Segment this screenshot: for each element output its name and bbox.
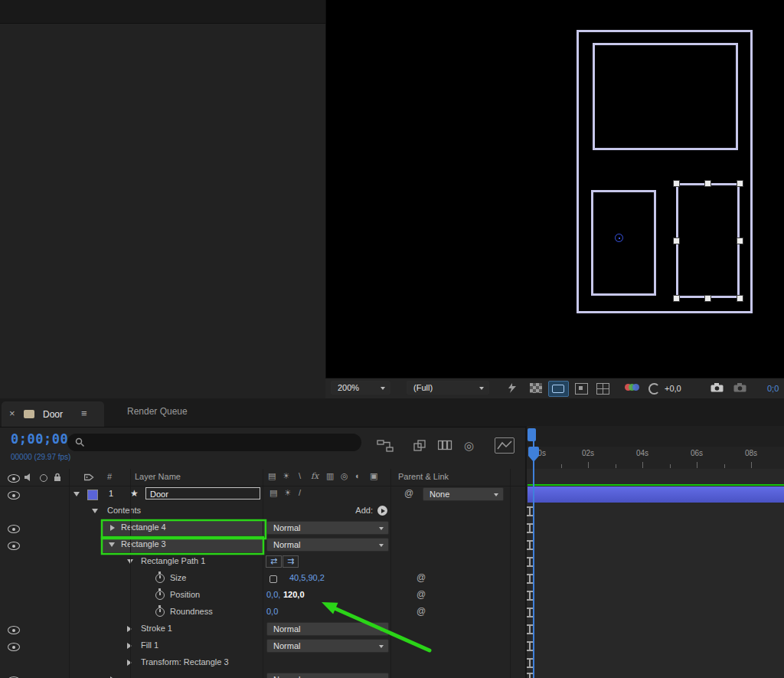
panel-menu-icon[interactable]: ≡ bbox=[81, 408, 87, 419]
selection-handle[interactable] bbox=[737, 295, 743, 302]
shy-toggle-icon[interactable]: ▤ bbox=[270, 488, 277, 498]
parent-pickwhip-icon[interactable]: @ bbox=[404, 488, 413, 499]
tab-door[interactable]: × Door ≡ bbox=[2, 401, 104, 427]
draft-3d-icon[interactable] bbox=[413, 440, 426, 452]
property-pickwhip-icon[interactable]: @ bbox=[416, 572, 426, 583]
door-bottom-right-panel-shape-selected[interactable] bbox=[676, 183, 740, 298]
quality-toggle-icon[interactable]: / bbox=[299, 488, 301, 497]
collapse-chevron-icon[interactable] bbox=[92, 509, 98, 513]
stroke-group-name[interactable]: Stroke 1 bbox=[141, 624, 172, 633]
expand-chevron-icon[interactable] bbox=[127, 660, 132, 666]
motion-blur-icon[interactable]: ◎ bbox=[464, 439, 474, 453]
frame-blending-icon[interactable] bbox=[438, 440, 452, 450]
property-row-size[interactable]: Size 40,5,90,2 @ bbox=[0, 570, 527, 587]
expand-chevron-icon[interactable] bbox=[110, 525, 115, 531]
roundness-value[interactable]: 0,0 bbox=[266, 607, 278, 616]
selection-handle[interactable] bbox=[673, 237, 680, 244]
collapse-toggle-icon[interactable]: ☀ bbox=[284, 488, 292, 498]
reset-exposure-icon[interactable] bbox=[648, 383, 660, 395]
path-group-name[interactable]: Rectangle Path 1 bbox=[141, 556, 205, 565]
blend-mode-dropdown[interactable]: Normal bbox=[266, 673, 389, 678]
contents-row[interactable]: Contents Add: bbox=[0, 503, 527, 519]
door-top-panel-shape[interactable] bbox=[593, 43, 738, 150]
blend-mode-value: Normal bbox=[273, 675, 300, 678]
fast-previews-icon[interactable] bbox=[505, 382, 519, 394]
position-value-y-editing[interactable]: 120,0 bbox=[283, 590, 305, 599]
layer-name-field[interactable]: Door bbox=[145, 487, 260, 499]
property-pickwhip-icon[interactable]: @ bbox=[416, 589, 426, 600]
visibility-eye-icon[interactable] bbox=[8, 626, 20, 634]
constrain-proportions-icon[interactable] bbox=[270, 575, 277, 583]
comp-thumbnail-icon bbox=[24, 410, 34, 418]
add-shape-button[interactable] bbox=[377, 506, 387, 516]
graph-editor-icon[interactable] bbox=[495, 437, 514, 454]
collapse-chevron-icon[interactable] bbox=[74, 492, 80, 496]
property-group-row-stroke-1[interactable]: Stroke 1 Normal bbox=[0, 621, 527, 637]
group-row-rectangle-3[interactable]: Rectangle 3 Normal bbox=[0, 536, 527, 553]
transform-group-name[interactable]: Transform: Rectangle 3 bbox=[141, 657, 229, 667]
blend-mode-dropdown[interactable]: Normal bbox=[266, 521, 389, 535]
size-value[interactable]: 40,5,90,2 bbox=[289, 573, 325, 582]
stopwatch-icon[interactable] bbox=[155, 591, 165, 600]
visibility-eye-icon[interactable] bbox=[8, 643, 20, 651]
property-group-row-rectangle-path-1[interactable]: Rectangle Path 1 ⇄ ⇉ bbox=[0, 553, 527, 570]
fill-group-name[interactable]: Fill 1 bbox=[141, 640, 158, 650]
resolution-dropdown[interactable]: (Full) bbox=[407, 381, 489, 395]
stopwatch-icon[interactable] bbox=[155, 574, 165, 583]
zoom-dropdown[interactable]: 200% bbox=[331, 381, 390, 395]
group-name[interactable]: Rectangle 3 bbox=[121, 539, 166, 549]
selection-handle[interactable] bbox=[704, 295, 711, 302]
ruler-tick bbox=[670, 464, 671, 468]
visibility-eye-icon[interactable] bbox=[8, 491, 20, 499]
selection-handle[interactable] bbox=[673, 180, 680, 187]
parent-dropdown[interactable]: None bbox=[423, 487, 504, 501]
group-row-rectangle-4[interactable]: Rectangle 4 Normal bbox=[0, 519, 527, 536]
stopwatch-icon[interactable] bbox=[155, 608, 165, 617]
group-row-partial[interactable]: Normal bbox=[0, 671, 527, 678]
time-ruler[interactable]: :00s 02s 04s 06s 08s bbox=[527, 447, 784, 470]
region-of-interest-icon[interactable] bbox=[575, 383, 588, 395]
selection-handle[interactable] bbox=[737, 237, 743, 244]
navigator-start-handle[interactable] bbox=[528, 428, 536, 441]
search-input[interactable] bbox=[67, 434, 361, 451]
property-row-position[interactable]: Position 0,0, 120,0 @ bbox=[0, 587, 527, 604]
property-group-row-fill-1[interactable]: Fill 1 Normal bbox=[0, 637, 527, 654]
tab-render-queue[interactable]: Render Queue bbox=[127, 406, 188, 417]
selection-handle[interactable] bbox=[704, 180, 711, 187]
take-snapshot-icon[interactable] bbox=[710, 383, 724, 393]
property-group-row-transform[interactable]: Transform: Rectangle 3 bbox=[0, 654, 527, 671]
mask-visibility-icon[interactable] bbox=[548, 381, 569, 397]
blend-mode-dropdown[interactable]: Normal bbox=[266, 622, 389, 636]
current-time-indicator-line[interactable] bbox=[533, 431, 534, 678]
time-navigator[interactable] bbox=[527, 426, 784, 447]
position-value-x[interactable]: 0,0, bbox=[266, 590, 280, 599]
group-name[interactable]: Rectangle 4 bbox=[121, 522, 166, 532]
collapse-chevron-icon[interactable] bbox=[109, 542, 115, 547]
show-snapshot-icon[interactable] bbox=[733, 383, 747, 393]
layer-duration-bar[interactable] bbox=[528, 486, 784, 503]
property-pickwhip-icon[interactable]: @ bbox=[416, 606, 426, 617]
path-direction-icon[interactable]: ⇄ bbox=[266, 555, 282, 568]
grid-and-guides-icon[interactable] bbox=[596, 383, 609, 395]
expand-chevron-icon[interactable] bbox=[127, 626, 132, 632]
expand-chevron-icon[interactable] bbox=[127, 643, 132, 649]
blend-mode-dropdown[interactable]: Normal bbox=[266, 639, 389, 653]
visibility-eye-icon[interactable] bbox=[8, 525, 20, 533]
visibility-eye-icon[interactable] bbox=[8, 542, 20, 550]
selection-handle[interactable] bbox=[737, 180, 743, 187]
layer-row-door[interactable]: 1 ★ Door ▤ ☀ / @ None bbox=[0, 486, 527, 503]
transparency-grid-icon[interactable] bbox=[530, 383, 542, 393]
layer-label-color-swatch[interactable] bbox=[87, 490, 98, 500]
door-bottom-left-panel-shape[interactable] bbox=[591, 190, 656, 296]
close-icon[interactable]: × bbox=[9, 408, 15, 419]
show-channel-icon[interactable] bbox=[625, 383, 642, 392]
blend-mode-dropdown[interactable]: Normal bbox=[266, 538, 389, 552]
current-time-indicator-head[interactable] bbox=[528, 447, 539, 456]
selection-handle[interactable] bbox=[673, 295, 680, 302]
path-merge-icon[interactable]: ⇉ bbox=[283, 555, 299, 568]
column-divider bbox=[263, 469, 263, 678]
mini-flowchart-icon[interactable] bbox=[377, 440, 394, 452]
anchor-point-indicator[interactable] bbox=[615, 234, 623, 242]
property-row-roundness[interactable]: Roundness 0,0 @ bbox=[0, 604, 527, 621]
exposure-value[interactable]: +0,0 bbox=[665, 384, 681, 393]
